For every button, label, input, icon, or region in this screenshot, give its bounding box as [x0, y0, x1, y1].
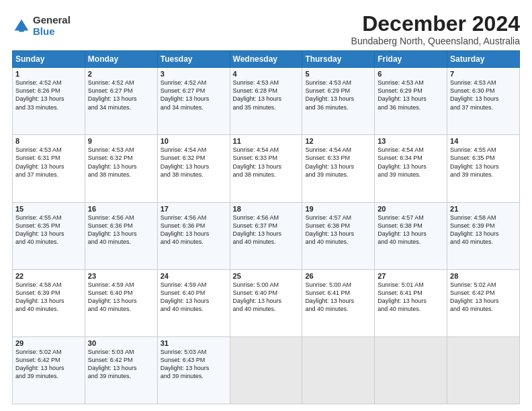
day-cell: 15Sunrise: 4:55 AM Sunset: 6:35 PM Dayli… — [13, 202, 85, 269]
day-number: 30 — [88, 339, 154, 347]
day-cell — [447, 336, 520, 404]
logo: General Blue — [12, 15, 71, 37]
day-number: 1 — [15, 70, 82, 78]
day-cell: 19Sunrise: 4:57 AM Sunset: 6:38 PM Dayli… — [302, 202, 375, 269]
day-number: 14 — [450, 137, 517, 145]
day-number: 17 — [161, 205, 227, 213]
subtitle: Bundaberg North, Queensland, Australia — [351, 36, 520, 46]
day-cell — [230, 336, 302, 404]
day-cell: 21Sunrise: 4:58 AM Sunset: 6:39 PM Dayli… — [447, 202, 520, 269]
day-cell: 18Sunrise: 4:56 AM Sunset: 6:37 PM Dayli… — [230, 202, 302, 269]
day-number: 21 — [450, 205, 517, 213]
day-number: 20 — [378, 205, 444, 213]
calendar-header: SundayMondayTuesdayWednesdayThursdayFrid… — [13, 51, 520, 68]
day-number: 29 — [15, 339, 82, 347]
logo-icon — [12, 17, 31, 36]
day-cell: 11Sunrise: 4:54 AM Sunset: 6:33 PM Dayli… — [230, 135, 302, 202]
day-number: 28 — [450, 272, 517, 280]
day-cell: 17Sunrise: 4:56 AM Sunset: 6:36 PM Dayli… — [157, 202, 230, 269]
day-number: 26 — [305, 272, 371, 280]
day-detail: Sunrise: 4:55 AM Sunset: 6:35 PM Dayligh… — [450, 146, 517, 179]
day-number: 3 — [161, 70, 227, 78]
day-detail: Sunrise: 4:54 AM Sunset: 6:33 PM Dayligh… — [233, 146, 300, 179]
day-cell: 4Sunrise: 4:53 AM Sunset: 6:28 PM Daylig… — [230, 68, 302, 135]
day-number: 13 — [378, 137, 444, 145]
day-number: 6 — [378, 70, 444, 78]
day-cell: 12Sunrise: 4:54 AM Sunset: 6:33 PM Dayli… — [302, 135, 375, 202]
day-detail: Sunrise: 4:52 AM Sunset: 6:27 PM Dayligh… — [88, 79, 154, 111]
day-number: 7 — [450, 70, 517, 78]
week-row-1: 1Sunrise: 4:52 AM Sunset: 6:26 PM Daylig… — [13, 68, 520, 135]
day-cell: 8Sunrise: 4:53 AM Sunset: 6:31 PM Daylig… — [13, 135, 85, 202]
day-number: 27 — [378, 272, 444, 280]
day-detail: Sunrise: 4:58 AM Sunset: 6:39 PM Dayligh… — [450, 214, 517, 246]
day-detail: Sunrise: 4:54 AM Sunset: 6:34 PM Dayligh… — [378, 146, 444, 179]
title-block: December 2024 Bundaberg North, Queenslan… — [351, 12, 520, 46]
day-number: 18 — [233, 205, 300, 213]
week-row-2: 8Sunrise: 4:53 AM Sunset: 6:31 PM Daylig… — [13, 135, 520, 202]
day-detail: Sunrise: 4:58 AM Sunset: 6:39 PM Dayligh… — [15, 281, 82, 314]
day-detail: Sunrise: 5:01 AM Sunset: 6:41 PM Dayligh… — [378, 281, 444, 314]
calendar-page: General Blue December 2024 Bundaberg Nor… — [0, 0, 532, 411]
day-cell: 27Sunrise: 5:01 AM Sunset: 6:41 PM Dayli… — [375, 269, 447, 336]
day-number: 11 — [233, 137, 300, 145]
day-detail: Sunrise: 4:53 AM Sunset: 6:28 PM Dayligh… — [233, 79, 300, 111]
day-cell: 16Sunrise: 4:56 AM Sunset: 6:36 PM Dayli… — [85, 202, 157, 269]
day-detail: Sunrise: 4:53 AM Sunset: 6:31 PM Dayligh… — [15, 146, 82, 179]
day-detail: Sunrise: 4:56 AM Sunset: 6:36 PM Dayligh… — [88, 214, 154, 246]
day-number: 25 — [233, 272, 300, 280]
calendar-body: 1Sunrise: 4:52 AM Sunset: 6:26 PM Daylig… — [13, 68, 520, 404]
header-cell-monday: Monday — [85, 51, 157, 68]
main-title: December 2024 — [351, 12, 520, 36]
day-number: 23 — [88, 272, 154, 280]
day-cell: 5Sunrise: 4:53 AM Sunset: 6:29 PM Daylig… — [302, 68, 375, 135]
header-cell-saturday: Saturday — [447, 51, 520, 68]
day-number: 24 — [161, 272, 227, 280]
day-number: 16 — [88, 205, 154, 213]
day-detail: Sunrise: 4:53 AM Sunset: 6:32 PM Dayligh… — [88, 146, 154, 179]
day-detail: Sunrise: 4:54 AM Sunset: 6:33 PM Dayligh… — [305, 146, 371, 179]
day-number: 10 — [161, 137, 227, 145]
day-cell: 28Sunrise: 5:02 AM Sunset: 6:42 PM Dayli… — [447, 269, 520, 336]
day-detail: Sunrise: 5:02 AM Sunset: 6:42 PM Dayligh… — [15, 348, 82, 381]
day-cell: 7Sunrise: 4:53 AM Sunset: 6:30 PM Daylig… — [447, 68, 520, 135]
day-detail: Sunrise: 4:54 AM Sunset: 6:32 PM Dayligh… — [161, 146, 227, 179]
day-detail: Sunrise: 4:53 AM Sunset: 6:30 PM Dayligh… — [450, 79, 517, 111]
day-cell: 31Sunrise: 5:03 AM Sunset: 6:43 PM Dayli… — [157, 336, 230, 404]
day-cell: 14Sunrise: 4:55 AM Sunset: 6:35 PM Dayli… — [447, 135, 520, 202]
day-cell: 6Sunrise: 4:53 AM Sunset: 6:29 PM Daylig… — [375, 68, 447, 135]
day-detail: Sunrise: 4:52 AM Sunset: 6:27 PM Dayligh… — [161, 79, 227, 111]
day-cell: 9Sunrise: 4:53 AM Sunset: 6:32 PM Daylig… — [85, 135, 157, 202]
svg-rect-2 — [19, 26, 24, 31]
week-row-3: 15Sunrise: 4:55 AM Sunset: 6:35 PM Dayli… — [13, 202, 520, 269]
day-number: 19 — [305, 205, 371, 213]
header-cell-sunday: Sunday — [13, 51, 85, 68]
day-cell: 23Sunrise: 4:59 AM Sunset: 6:40 PM Dayli… — [85, 269, 157, 336]
header-cell-friday: Friday — [375, 51, 447, 68]
day-number: 4 — [233, 70, 300, 78]
header: General Blue December 2024 Bundaberg Nor… — [12, 12, 520, 46]
day-detail: Sunrise: 4:56 AM Sunset: 6:36 PM Dayligh… — [161, 214, 227, 246]
day-number: 22 — [15, 272, 82, 280]
day-cell: 26Sunrise: 5:00 AM Sunset: 6:41 PM Dayli… — [302, 269, 375, 336]
day-cell — [302, 336, 375, 404]
day-cell: 25Sunrise: 5:00 AM Sunset: 6:40 PM Dayli… — [230, 269, 302, 336]
day-number: 5 — [305, 70, 371, 78]
header-row: SundayMondayTuesdayWednesdayThursdayFrid… — [13, 51, 520, 68]
day-detail: Sunrise: 4:52 AM Sunset: 6:26 PM Dayligh… — [15, 79, 82, 111]
day-cell: 20Sunrise: 4:57 AM Sunset: 6:38 PM Dayli… — [375, 202, 447, 269]
day-cell: 22Sunrise: 4:58 AM Sunset: 6:39 PM Dayli… — [13, 269, 85, 336]
logo-general-text: General — [33, 15, 71, 26]
day-detail: Sunrise: 4:53 AM Sunset: 6:29 PM Dayligh… — [305, 79, 371, 111]
header-cell-tuesday: Tuesday — [157, 51, 230, 68]
day-detail: Sunrise: 4:56 AM Sunset: 6:37 PM Dayligh… — [233, 214, 300, 246]
day-cell: 13Sunrise: 4:54 AM Sunset: 6:34 PM Dayli… — [375, 135, 447, 202]
logo-blue-text: Blue — [33, 26, 71, 38]
day-cell: 24Sunrise: 4:59 AM Sunset: 6:40 PM Dayli… — [157, 269, 230, 336]
day-cell: 3Sunrise: 4:52 AM Sunset: 6:27 PM Daylig… — [157, 68, 230, 135]
day-detail: Sunrise: 4:59 AM Sunset: 6:40 PM Dayligh… — [161, 281, 227, 314]
day-number: 31 — [161, 339, 227, 347]
day-cell — [375, 336, 447, 404]
header-cell-thursday: Thursday — [302, 51, 375, 68]
day-number: 9 — [88, 137, 154, 145]
